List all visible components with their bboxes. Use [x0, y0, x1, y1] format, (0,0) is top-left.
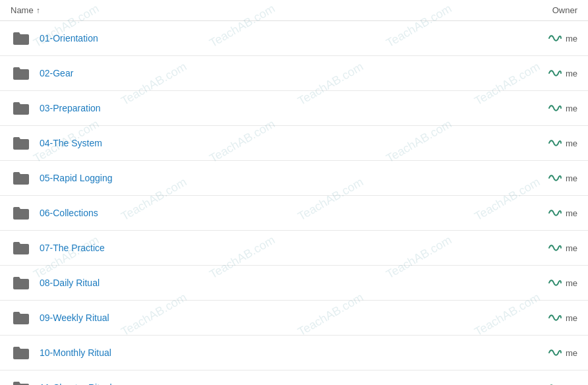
- row-name-label[interactable]: 01-Orientation: [40, 33, 512, 44]
- folder-icon: [11, 167, 32, 189]
- row-owner: me: [512, 243, 577, 253]
- header-owner-col: Owner: [512, 5, 577, 15]
- folder-icon: [11, 63, 32, 84]
- row-owner: me: [512, 348, 577, 358]
- row-name-label[interactable]: 08-Daily Ritual: [40, 278, 512, 288]
- folder-icon: [11, 342, 32, 363]
- folder-icon: [11, 28, 32, 49]
- row-owner: me: [512, 278, 577, 288]
- row-owner: me: [512, 69, 577, 78]
- list-item[interactable]: 08-Daily Ritual me: [0, 266, 588, 301]
- row-owner: me: [512, 208, 577, 218]
- row-name-label[interactable]: 03-Preparation: [40, 103, 512, 113]
- owner-name-label: me: [566, 69, 577, 78]
- owner-wave-icon: [548, 243, 562, 252]
- owner-wave-icon: [548, 104, 562, 113]
- row-name-label[interactable]: 06-Collections: [40, 208, 512, 218]
- owner-wave-icon: [548, 173, 562, 183]
- owner-name-label: me: [566, 278, 577, 288]
- list-item[interactable]: 07-The Practice me: [0, 231, 588, 266]
- row-owner: me: [512, 173, 577, 183]
- list-item[interactable]: 05-Rapid Logging me: [0, 161, 588, 196]
- row-name-label[interactable]: 04-The System: [40, 138, 512, 148]
- owner-wave-icon: [548, 208, 562, 218]
- row-name-label[interactable]: 10-Monthly Ritual: [40, 347, 512, 358]
- folder-icon: [11, 377, 32, 385]
- list-item[interactable]: 01-Orientation me: [0, 21, 588, 56]
- folder-icon: [11, 98, 32, 119]
- sort-arrow-icon: ↑: [36, 6, 40, 15]
- list-item[interactable]: 06-Collections me: [0, 196, 588, 231]
- owner-name-label: me: [566, 383, 577, 386]
- owner-wave-icon: [548, 278, 562, 287]
- owner-name-label: me: [566, 34, 577, 44]
- folder-icon: [11, 307, 32, 328]
- owner-column-label: Owner: [552, 5, 577, 15]
- list-header: Name ↑ Owner: [0, 0, 588, 21]
- list-item[interactable]: 04-The System me: [0, 126, 588, 161]
- owner-name-label: me: [566, 313, 577, 323]
- owner-name-label: me: [566, 208, 577, 218]
- list-item[interactable]: 09-Weekly Ritual me: [0, 301, 588, 336]
- header-name-col[interactable]: Name ↑: [11, 5, 512, 15]
- folder-icon: [11, 133, 32, 154]
- owner-name-label: me: [566, 173, 577, 183]
- folder-icon: [11, 237, 32, 258]
- owner-wave-icon: [548, 138, 562, 148]
- list-item[interactable]: 10-Monthly Ritual me: [0, 336, 588, 370]
- row-name-label[interactable]: 09-Weekly Ritual: [40, 312, 512, 323]
- folder-icon: [11, 202, 32, 223]
- row-name-label[interactable]: 05-Rapid Logging: [40, 173, 512, 183]
- row-owner: me: [512, 383, 577, 386]
- file-list: Name ↑ Owner 01-Orientation me: [0, 0, 588, 385]
- row-owner: me: [512, 34, 577, 44]
- owner-wave-icon: [548, 69, 562, 78]
- name-column-label: Name: [11, 5, 34, 15]
- owner-wave-icon: [548, 348, 562, 357]
- row-name-label[interactable]: 11-Chapter Ritual: [40, 382, 512, 385]
- owner-wave-icon: [548, 313, 562, 322]
- owner-name-label: me: [566, 138, 577, 148]
- list-item[interactable]: 02-Gear me: [0, 56, 588, 91]
- owner-wave-icon: [548, 34, 562, 43]
- row-owner: me: [512, 138, 577, 148]
- owner-name-label: me: [566, 348, 577, 358]
- row-name-label[interactable]: 02-Gear: [40, 68, 512, 78]
- row-owner: me: [512, 313, 577, 323]
- rows-container: 01-Orientation me 02-Gear: [0, 21, 588, 385]
- row-owner: me: [512, 104, 577, 113]
- owner-name-label: me: [566, 243, 577, 253]
- list-item[interactable]: 11-Chapter Ritual me: [0, 370, 588, 385]
- list-item[interactable]: 03-Preparation me: [0, 91, 588, 126]
- row-name-label[interactable]: 07-The Practice: [40, 243, 512, 253]
- owner-name-label: me: [566, 104, 577, 113]
- folder-icon: [11, 272, 32, 293]
